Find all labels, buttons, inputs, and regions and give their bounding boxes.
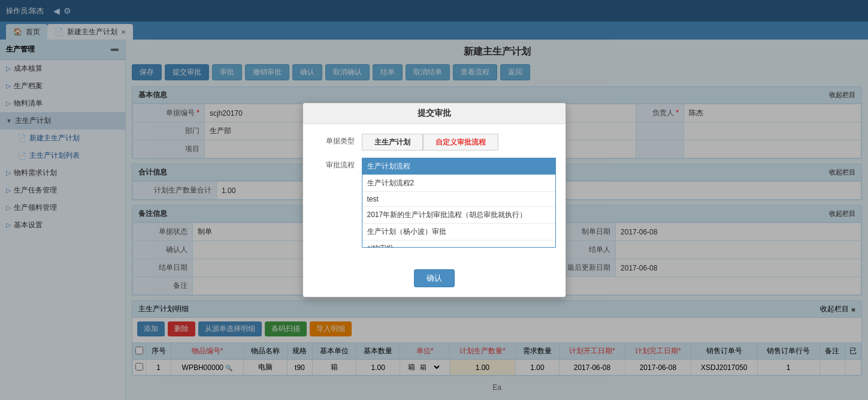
workflow-list: 生产计划流程 生产计划流程2 test 2017年新的生产计划审批流程（胡总审批… (362, 158, 556, 248)
modal-custom-label: 自定义审批流程 (435, 138, 486, 146)
modal-tab-custom[interactable]: 自定义审批流程 (423, 134, 498, 151)
workflow-item-0[interactable]: 生产计划流程 (362, 158, 555, 175)
workflow-item-1[interactable]: 生产计划流程2 (362, 175, 555, 192)
modal-tab-type[interactable]: 主生产计划 (362, 134, 423, 151)
modal-type-label: 单据类型 (313, 134, 355, 146)
modal-type-value: 主生产计划 (374, 138, 410, 146)
workflow-item-5[interactable]: cj的审批 (362, 240, 555, 248)
workflow-item-4[interactable]: 生产计划（杨小波）审批 (362, 224, 555, 240)
workflow-item-2[interactable]: test (362, 192, 555, 207)
workflow-item-3[interactable]: 2017年新的生产计划审批流程（胡总审批就执行） (362, 207, 555, 224)
submit-modal: 提交审批 单据类型 主生产计划 自定义审批流程 审批流程 生产计划流程 生产计划… (303, 103, 566, 297)
modal-confirm-button[interactable]: 确认 (414, 269, 455, 287)
modal-flow-row: 审批流程 生产计划流程 生产计划流程2 test 2017年新的生产计划审批流程… (313, 158, 556, 248)
modal-title: 提交审批 (303, 103, 565, 124)
modal-body: 单据类型 主生产计划 自定义审批流程 审批流程 生产计划流程 生产计划流程2 t… (303, 124, 565, 264)
modal-type-row: 单据类型 主生产计划 自定义审批流程 (313, 134, 556, 151)
modal-footer: 确认 (303, 264, 565, 297)
modal-overlay: 提交审批 单据类型 主生产计划 自定义审批流程 审批流程 生产计划流程 生产计划… (0, 0, 868, 400)
modal-flow-label: 审批流程 (313, 158, 355, 170)
modal-tabs: 主生产计划 自定义审批流程 (362, 134, 498, 151)
